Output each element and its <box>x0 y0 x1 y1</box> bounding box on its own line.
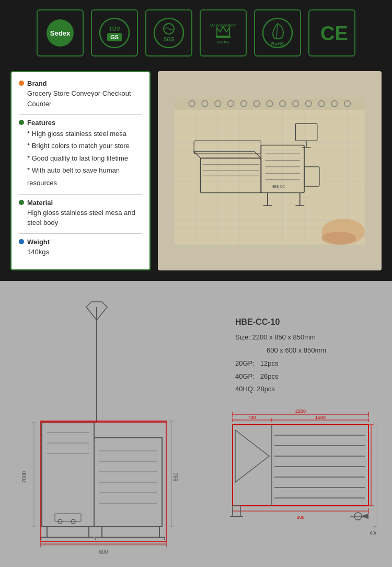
divider-3 <box>19 233 142 234</box>
product-section: Brand Grocery Store Conveyor Checkout Co… <box>0 66 392 281</box>
svg-rect-7 <box>216 36 230 38</box>
sgs-badge: SGS <box>145 9 192 56</box>
sketch-area: HBE-CC <box>158 71 382 270</box>
material-dot <box>19 200 24 205</box>
dims-inner: 2000 <box>10 297 382 567</box>
features-row: Features * High gloss stainless steel me… <box>19 119 142 189</box>
tuv-gs-icon: TÜV GS <box>99 17 130 49</box>
gp20-label: 20GP: 12pcs <box>235 359 278 367</box>
sgs-icon: SGS <box>153 17 185 49</box>
svg-text:CE: CE <box>320 22 348 44</box>
ce-badge: CE <box>308 9 355 56</box>
svg-text:600: 600 <box>370 530 376 536</box>
brand-value: Grocery Store Conveyor Checkout Counter <box>19 88 142 109</box>
weight-label: Weight <box>27 238 50 246</box>
svg-text:GS: GS <box>110 34 119 40</box>
feature-3: * Good quality to last long lifetime <box>27 152 142 164</box>
ukas-badge: UKAS MANAGEMENT <box>200 9 247 56</box>
specs-hq40-row: 40HQ: 28pcs <box>235 383 382 396</box>
svg-text:SGS: SGS <box>163 37 174 42</box>
rohs-icon: RoHS <box>262 17 293 49</box>
specs-gp40-row: 40GP: 26pcs <box>235 370 382 383</box>
dims-left: 2000 <box>10 297 214 567</box>
features-label: Features <box>27 119 55 127</box>
features-list: * High gloss stainless steel mesa * Brig… <box>19 128 142 189</box>
material-label: Material <box>27 199 53 207</box>
features-dot <box>19 120 24 125</box>
ukas-icon: UKAS MANAGEMENT <box>207 17 239 49</box>
feature-1: * High gloss stainless steel mesa <box>27 128 142 140</box>
specs-table: HBE-CC-10 Size: 2200 x 850 x 850mm 600 x… <box>225 317 382 395</box>
top-view-drawing: 2200 700 1500 <box>225 406 376 548</box>
brand-label-row: Brand <box>19 80 142 87</box>
front-view-drawing: 2000 <box>10 297 188 567</box>
divider-2 <box>19 194 142 195</box>
rohs-badge: RoHS <box>254 9 301 56</box>
feature-4: * With auto belt to save human resources <box>27 164 142 189</box>
hq40-label: 40HQ: 28pcs <box>235 385 275 393</box>
svg-text:2000: 2000 <box>21 471 27 483</box>
specs-model: HBE-CC-10 <box>235 317 382 327</box>
dims-section: 2000 <box>0 281 392 567</box>
svg-marker-129 <box>235 430 269 482</box>
brand-dot <box>19 81 24 86</box>
svg-rect-127 <box>233 425 368 506</box>
svg-text:TÜV: TÜV <box>109 26 121 32</box>
svg-text:2200: 2200 <box>295 409 306 414</box>
svg-text:850: 850 <box>173 473 179 482</box>
material-row: Material High gloss stainless steel mesa… <box>19 199 142 228</box>
svg-text:UKAS: UKAS <box>217 40 229 44</box>
svg-text:600: 600 <box>99 549 108 555</box>
dims-right: HBE-CC-10 Size: 2200 x 850 x 850mm 600 x… <box>225 297 382 549</box>
specs-gp20-row: 20GP: 12pcs <box>235 357 382 370</box>
material-value: High gloss stainless steel mesa and stee… <box>19 208 142 228</box>
tuv-gs-badge: TÜV GS <box>91 9 138 56</box>
specs-size-row: Size: 2200 x 850 x 850mm <box>235 331 382 344</box>
sedex-badge: Sedex <box>37 9 84 56</box>
ce-icon: CE <box>316 17 348 49</box>
size-secondary: 600 x 600 x 850mm <box>235 344 382 357</box>
material-label-row: Material <box>19 199 142 207</box>
divider-1 <box>19 114 142 115</box>
feature-2: * Bright colors to match your store <box>27 140 142 152</box>
svg-point-4 <box>154 18 183 48</box>
product-sketch-svg: HBE-CC <box>175 86 365 256</box>
svg-text:MANAGEMENT: MANAGEMENT <box>210 24 237 27</box>
weight-value: 140kgs <box>19 247 142 257</box>
specs-size-secondary-row: 600 x 600 x 850mm <box>235 344 382 357</box>
svg-text:HBE-CC: HBE-CC <box>272 184 285 188</box>
features-label-row: Features <box>19 119 142 127</box>
product-info-box: Brand Grocery Store Conveyor Checkout Co… <box>10 71 151 270</box>
svg-text:RoHS: RoHS <box>271 41 284 47</box>
brand-label: Brand <box>27 80 47 87</box>
svg-text:1500: 1500 <box>315 415 326 420</box>
gp40-label: 40GP: 26pcs <box>235 372 278 380</box>
sedex-label: Sedex <box>50 29 70 37</box>
cert-bar: Sedex TÜV GS SGS UKAS MANAGEMENT <box>0 0 392 66</box>
weight-row: Weight 140kgs <box>19 238 142 257</box>
product-image: HBE-CC <box>158 71 382 270</box>
svg-rect-80 <box>42 422 94 527</box>
brand-row: Brand Grocery Store Conveyor Checkout Co… <box>19 80 142 109</box>
svg-text:600: 600 <box>296 515 304 520</box>
weight-label-row: Weight <box>19 238 142 246</box>
svg-rect-14 <box>175 97 365 109</box>
svg-point-53 <box>321 231 356 244</box>
weight-dot <box>19 239 24 244</box>
svg-text:700: 700 <box>248 415 256 420</box>
